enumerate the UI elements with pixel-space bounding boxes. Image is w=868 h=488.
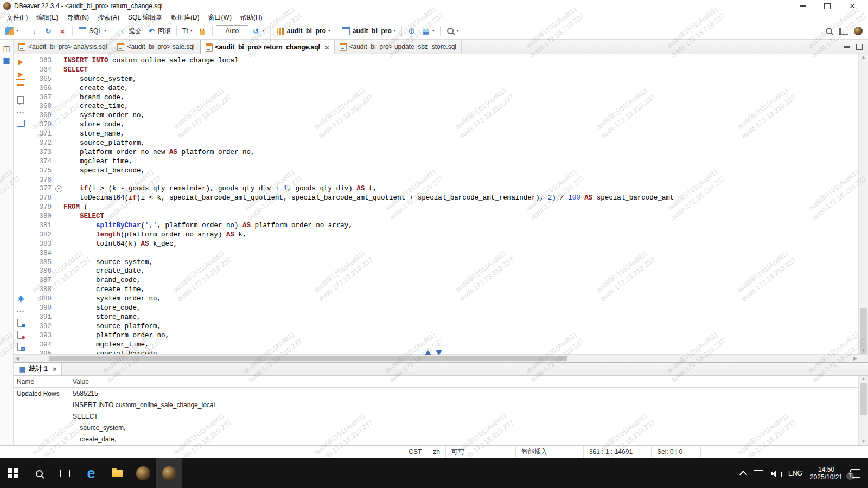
scroll-up-icon[interactable]: ▲ (859, 55, 868, 60)
stats-cell-value[interactable]: 5585215 (68, 388, 858, 399)
scrollbar-thumb[interactable] (49, 356, 567, 361)
code-line[interactable]: 367 brand_code, (28, 93, 858, 102)
new-connection-button[interactable] (3, 25, 21, 37)
schema-combo[interactable]: audit_bi_pro (340, 25, 398, 37)
code-line[interactable]: 391 store_name, (28, 313, 858, 322)
menu-item-sql-editor[interactable]: SQL 编辑器 (124, 12, 167, 23)
code-line[interactable]: 380 SELECT (28, 212, 858, 221)
stats-cell-value[interactable]: create_date, (68, 433, 858, 445)
code-line[interactable]: 393 platform_order_no, (28, 331, 858, 341)
code-line[interactable]: 370 store_code, (28, 120, 858, 130)
scroll-left-icon[interactable]: ◀ (15, 356, 19, 361)
status-insert-mode[interactable]: 智能插入 (516, 446, 584, 458)
save-script-icon[interactable] (17, 343, 24, 351)
stats-column-value[interactable]: Value (68, 376, 858, 387)
code-line[interactable]: 376 (28, 176, 858, 185)
volume-icon[interactable] (771, 470, 781, 477)
new-script-icon[interactable] (17, 84, 24, 92)
scroll-up-icon[interactable]: ▲ (859, 376, 868, 382)
transaction-log-button[interactable] (250, 25, 267, 37)
maximize-button[interactable] (815, 0, 840, 12)
menu-item-help[interactable]: 帮助(H) (236, 12, 267, 23)
bookmark-script-icon[interactable] (17, 331, 24, 339)
tab-return-change[interactable]: <audit_bi_pro> return_change.sql (200, 40, 335, 54)
menu-item-search[interactable]: 搜索(A) (93, 12, 124, 23)
fold-marker-icon[interactable]: - (55, 184, 63, 194)
code-line[interactable]: 385 source_system, (28, 258, 858, 267)
scroll-down-icon[interactable]: ▼ (859, 348, 868, 354)
code-line[interactable]: 388 create_time, (28, 285, 858, 294)
code-line[interactable]: 387 brand_code, (28, 276, 858, 285)
scroll-right-icon[interactable]: ▶ (853, 356, 857, 361)
transaction-mode-combo[interactable]: Auto (216, 25, 248, 36)
commit-button[interactable]: 提交 (116, 25, 144, 37)
tab-sale[interactable]: <audit_bi_pro> sale.sql (112, 40, 200, 54)
refresh-button[interactable] (42, 25, 55, 37)
input-language[interactable]: ENG (788, 470, 802, 477)
touch-keyboard-icon[interactable] (754, 470, 763, 477)
execute-statement-icon[interactable] (16, 57, 25, 66)
font-size-button[interactable]: Tt (180, 25, 195, 36)
editor-horizontal-scrollbar[interactable]: ◀ ▶ (14, 354, 868, 362)
code-line[interactable]: 394 mgclear_time, (28, 341, 858, 350)
code-line[interactable]: 390 store_code, (28, 304, 858, 313)
stats-tab[interactable]: 统计 1 (14, 363, 62, 375)
code-line[interactable]: 373 platform_order_no_new AS platform_or… (28, 148, 858, 157)
minimize-view-icon[interactable] (844, 46, 850, 48)
taskbar-search-button[interactable] (26, 458, 52, 488)
dbeaver-menu-button[interactable] (852, 25, 865, 37)
code-line[interactable]: 382 length(platform_order_no_array) AS k… (28, 230, 858, 240)
code-line[interactable]: 384 (28, 249, 858, 258)
code-line[interactable]: 378 toDecimal64(if(i < k, special_barcod… (28, 194, 858, 203)
minimize-button[interactable] (790, 0, 815, 12)
close-button[interactable] (840, 0, 865, 12)
panel-down-arrow-icon[interactable] (436, 350, 442, 355)
code-line[interactable]: 369 system_order_no, (28, 111, 858, 120)
copy-icon[interactable] (17, 96, 24, 104)
code-line[interactable]: 372 source_platform, (28, 139, 858, 148)
panel-up-arrow-icon[interactable] (425, 350, 431, 355)
code-line[interactable]: 389 system_order_no, (28, 294, 858, 304)
results-grid-button[interactable] (419, 25, 437, 37)
tab-update-sbz-store[interactable]: <audit_bi_pro> update_sbz_store.sql (335, 40, 462, 54)
code-line[interactable]: 375 special_barcode, (28, 166, 858, 176)
stats-row[interactable]: Updated Rows5585215 (14, 388, 858, 399)
code-line[interactable]: 365 source_system, (28, 75, 858, 84)
code-line[interactable]: 368 create_time, (28, 102, 858, 111)
code-line[interactable]: 366 create_date, (28, 84, 858, 93)
output-console-icon[interactable] (17, 120, 25, 127)
export-script-icon[interactable] (17, 319, 24, 327)
rollback-button[interactable]: 回滚 (145, 25, 173, 37)
menu-item-navigate[interactable]: 导航(N) (62, 12, 93, 23)
tab-analysis[interactable]: <audit_bi_pro> analysis.sql (14, 40, 112, 54)
code-line[interactable]: 395 special_barcode, (28, 350, 858, 355)
close-tab-icon[interactable] (325, 44, 329, 51)
stats-row[interactable]: INSERT INTO custom_online_sale_change_lo… (14, 399, 858, 410)
pinned-app-button[interactable] (130, 458, 156, 488)
stats-cell-value[interactable]: INSERT INTO custom_online_sale_change_lo… (68, 399, 858, 410)
dbeaver-taskbar-button[interactable] (156, 458, 182, 488)
start-button[interactable] (0, 458, 26, 488)
execute-script-icon[interactable] (16, 70, 25, 80)
stats-cell-value[interactable]: SELECT (68, 410, 858, 422)
scroll-down-icon[interactable]: ▼ (859, 439, 868, 445)
stats-row[interactable]: SELECT (14, 410, 858, 422)
search-button[interactable] (444, 25, 461, 37)
menu-item-file[interactable]: 文件(F) (2, 12, 32, 23)
code-line[interactable]: 381 splitByChar(',', platform_order_no) … (28, 221, 858, 230)
quick-search-button[interactable] (822, 25, 835, 37)
fetch-rows-button[interactable] (28, 25, 41, 37)
code-line[interactable]: 386 create_date, (28, 267, 858, 276)
task-view-button[interactable] (52, 458, 78, 488)
network-button[interactable] (405, 25, 418, 37)
file-explorer-button[interactable] (104, 458, 130, 488)
editor-vertical-scrollbar[interactable]: ▲ ▼ (858, 54, 868, 354)
code-line[interactable]: 364SELECT (28, 66, 858, 75)
taskbar-clock[interactable]: 14:50 2025/10/21 (810, 466, 843, 481)
tray-expand-icon[interactable] (739, 471, 747, 478)
code-line[interactable]: 392 source_platform, (28, 322, 858, 331)
stats-cell-name[interactable]: Updated Rows (14, 390, 68, 397)
code-line[interactable]: 374 mgclear_time, (28, 157, 858, 166)
scrollbar-thumb[interactable] (860, 383, 867, 415)
maximize-view-icon[interactable] (856, 44, 863, 50)
